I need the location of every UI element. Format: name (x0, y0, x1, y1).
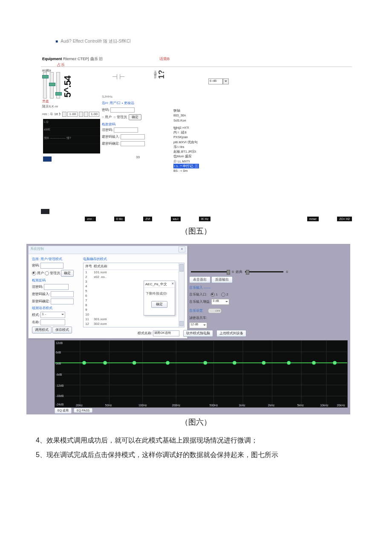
slider-v-3[interactable] (56, 72, 60, 98)
stepper-val-2[interactable]: 1.00 (89, 112, 99, 117)
dark-row-1: L沿 (44, 120, 99, 128)
upload-to-device-button[interactable]: 上传模式到设备 (216, 330, 246, 337)
password-area: 密码: ○ 用户 ○ 管理员 确定 检政密码 旧密码: 建密码输入: 建密码确定… (102, 107, 145, 148)
tab-music[interactable]: 占乐 (57, 62, 65, 68)
effect-slider[interactable] (191, 271, 229, 272)
bullet-4: 4、效果模式调用成功后，就可以在此模式基础上跟据现场情况进行微调； (36, 435, 356, 446)
side-controls: 0 效典 0 表音器出 后器输出 音乐输入 —— 音乐输入口: 1 2 音乐输入… (189, 269, 288, 330)
eq-tab-pass[interactable]: EQ PASS (74, 408, 92, 413)
radio-admin[interactable] (45, 271, 49, 275)
effect-label: 效典 (236, 270, 242, 274)
mid-diagram-icon: ─┤├─ (112, 74, 124, 79)
old-pw-input[interactable] (114, 127, 138, 133)
dlg-oldpw-label: 旧密码: (32, 285, 43, 289)
svg-text:5kHz: 5kHz (297, 404, 304, 407)
chip-2: 0 Mc (114, 217, 125, 221)
svg-text:500Hz: 500Hz (210, 404, 218, 407)
caption-6: （图六） (26, 417, 366, 427)
password-input[interactable] (110, 107, 135, 113)
popup-ok-button[interactable]: 确定 (151, 301, 167, 308)
new-pw-input[interactable] (121, 134, 145, 139)
left-stepper-row: «m : 斗 1tt卜 1.00 1.00 (42, 112, 99, 117)
radio-user[interactable] (32, 271, 36, 275)
dlg-oldpw-input[interactable] (44, 284, 69, 290)
list-scrollbar[interactable] (179, 263, 184, 327)
radio-user-label[interactable]: 用户 (105, 115, 112, 119)
tiny-blue-chip (43, 156, 52, 162)
stepper-val-1[interactable]: 1.00 (67, 112, 78, 117)
dlg-newpw2-input[interactable] (51, 298, 74, 304)
screenshot-fig5: Equipment Rternez CTEP} 曲乐 旧 占乐 话简B tKi购… (36, 53, 356, 223)
name-input[interactable] (40, 319, 65, 325)
svg-point-20 (262, 361, 265, 365)
right-list-selected[interactable]: I 1. :* 申打记. 三 (173, 164, 199, 168)
output-r-button[interactable]: 表音器出 (189, 276, 210, 283)
dlg-newpw-input[interactable] (51, 291, 74, 297)
new-pw2-label: 建密码确定: (102, 142, 120, 145)
slider-v-2[interactable] (50, 72, 54, 98)
gain-dropdown[interactable]: 0 dB (211, 299, 229, 305)
port-1-radio[interactable] (210, 292, 215, 297)
svg-point-18 (204, 361, 207, 365)
window-caption: ■ Audi? Effect Controlifr 随 述旧-SffKCl (55, 38, 366, 44)
svg-text:0dB: 0dB (56, 362, 61, 365)
num-33: 33 (136, 155, 140, 159)
mode-label: 模式: (32, 313, 40, 317)
chevron-down-icon[interactable] (223, 78, 229, 84)
dialog-title: 系统控制 (30, 247, 44, 251)
slider-zero-1: 0 (232, 270, 233, 274)
stepper-down-1[interactable] (62, 112, 66, 117)
svg-point-23 (333, 361, 337, 365)
dlg-newpw2-label: 新密码确定: (32, 299, 50, 303)
popup-close-icon[interactable]: × (172, 281, 174, 286)
svg-point-17 (166, 361, 170, 365)
system-dialog: 系统控制 × 选择: 用户/管理模式 密码: 用户 管理员 确定 检测监码 旧密… (28, 246, 187, 339)
radio-admin-label: 管理员 (50, 271, 60, 275)
left-sub-label: 随京lLK-nr (42, 104, 58, 109)
radio-admin-label[interactable]: 管理员 (117, 115, 127, 119)
filter-dropdown[interactable]: 12 dB (189, 322, 207, 328)
lang-switch[interactable]: OFF (208, 308, 222, 313)
eq-graph[interactable]: 12dB 6dB 0dB -6dB -12dB -18dB -24dB 20Hz… (55, 340, 348, 408)
password-label: 密码: (102, 108, 110, 112)
group-list-header: 电脑确存的模式 (83, 257, 184, 261)
mode-select[interactable]: 1 - (40, 312, 65, 318)
chip-5: IK Hz (199, 217, 210, 221)
effect-slider-2[interactable] (245, 271, 283, 272)
window-caption-text: Audi? Effect Controlifr 随 述旧-SffKCl (61, 39, 130, 43)
eq-tab-active[interactable]: EQ 提用 (55, 408, 72, 414)
dark-row-2: aWE (44, 128, 99, 136)
group-change-header: 检测监码 (32, 278, 80, 283)
dlg-confirm-button[interactable]: 确定 (61, 270, 74, 277)
right-list: 驱轴 803_30n SdS.Kon fjjjhij2.»XTl 内 I : 組… (173, 108, 199, 173)
equipment-header: Equipment Rternez CTEP} 曲乐 旧 (42, 56, 103, 62)
music-lang-header: 音乐语言 (189, 309, 203, 313)
left-red-label: 类盘 (42, 99, 49, 104)
output-f-button[interactable]: 后器输出 (211, 276, 233, 283)
save-mode-button[interactable]: 保存模式 (52, 327, 72, 333)
svg-text:6dB: 6dB (56, 351, 61, 354)
svg-text:12dB: 12dB (56, 342, 63, 345)
port-2-radio[interactable] (221, 292, 225, 297)
download-to-pc-button[interactable]: 软件模式预电脑 (183, 330, 213, 337)
vert-label-1: 谜 H·;Mb (153, 70, 157, 79)
dlg-pw-input[interactable] (40, 263, 63, 269)
tab-voice[interactable]: 话简B (159, 56, 170, 62)
db-dropdown[interactable]: 6 dB (208, 78, 229, 84)
screenshot-fig6: 系统控制 × 选择: 用户/管理模式 密码: 用户 管理员 确定 检测监码 旧密… (26, 244, 350, 414)
stepper-down-2[interactable] (84, 112, 88, 117)
slider-v-1[interactable] (43, 72, 47, 98)
bot-modename-input[interactable]: 调用OK选明 (153, 330, 179, 336)
chip-6: mnwr (307, 217, 319, 221)
mid-link[interactable]: 选H: 用尸/口 • 更核远 (102, 101, 134, 105)
bottom-dark-chip (41, 209, 49, 214)
music-in-port-label: 音乐输入口: (189, 292, 207, 296)
close-icon[interactable]: × (179, 246, 185, 252)
new-pw2-input[interactable] (121, 141, 145, 146)
dlg-newpw-label: 密密码输入: (32, 292, 50, 296)
chip-3: ZVt (143, 217, 152, 221)
stepper-up-1[interactable] (79, 112, 83, 117)
call-mode-button[interactable]: 调用模式 (32, 327, 52, 333)
confirm-button[interactable]: 确定 (129, 114, 141, 120)
svg-text:20Hz: 20Hz (76, 404, 83, 407)
